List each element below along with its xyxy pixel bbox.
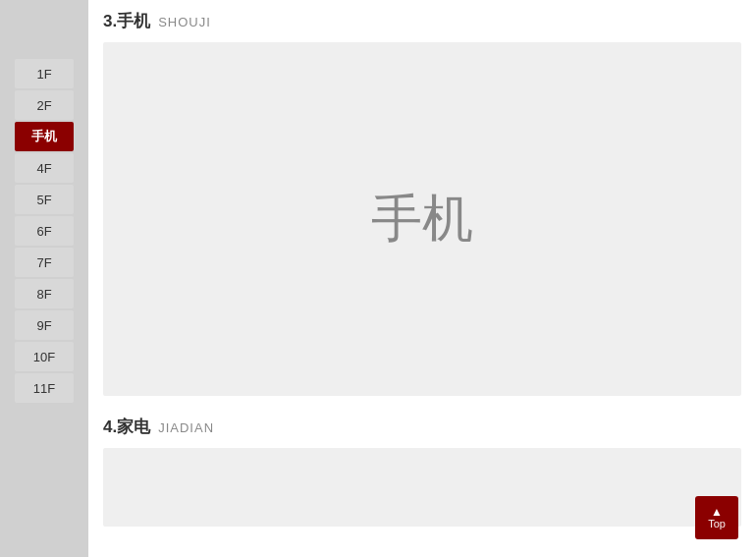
top-button-arrow: ▲	[711, 506, 723, 518]
section-number-chinese-2: 4.家电	[103, 416, 150, 438]
section-jiadian: 4.家电 JIADIAN	[103, 416, 741, 527]
section-english-1: SHOUJI	[158, 15, 211, 29]
top-button[interactable]: ▲ Top	[695, 496, 738, 539]
content-area: 3.手机 SHOUJI 手机 4.家电 JIADIAN	[88, 0, 756, 557]
section-title-jiadian: 4.家电 JIADIAN	[103, 416, 741, 438]
section-number-chinese-1: 3.手机	[103, 10, 150, 32]
main-wrapper: 1F 2F 手机 4F 5F 6F 7F 8F 9F 10F 11F	[0, 0, 756, 557]
sidebar-item-2f[interactable]: 2F	[15, 90, 74, 120]
section-shouji: 3.手机 SHOUJI 手机	[103, 10, 741, 396]
sidebar-item-8f[interactable]: 8F	[15, 279, 74, 308]
section-title-shouji: 3.手机 SHOUJI	[103, 10, 741, 32]
sidebar-item-4f[interactable]: 4F	[15, 153, 74, 183]
sidebar-item-6f[interactable]: 6F	[15, 216, 74, 246]
section-english-2: JIADIAN	[158, 420, 214, 435]
sidebar-item-9f[interactable]: 9F	[15, 310, 74, 340]
sidebar-item-5f[interactable]: 5F	[15, 185, 74, 214]
section-image-jiadian	[103, 448, 741, 527]
sidebar-item-1f[interactable]: 1F	[15, 59, 74, 88]
section-image-shouji: 手机	[103, 42, 741, 396]
section-image-text-shouji: 手机	[371, 185, 473, 253]
sidebar-item-7f[interactable]: 7F	[15, 248, 74, 277]
sidebar-item-10f[interactable]: 10F	[15, 342, 74, 371]
sidebar-item-shouji[interactable]: 手机	[15, 122, 74, 151]
sidebar: 1F 2F 手机 4F 5F 6F 7F 8F 9F 10F 11F	[0, 0, 88, 557]
sidebar-item-11f[interactable]: 11F	[15, 373, 74, 403]
top-button-label: Top	[708, 519, 726, 529]
